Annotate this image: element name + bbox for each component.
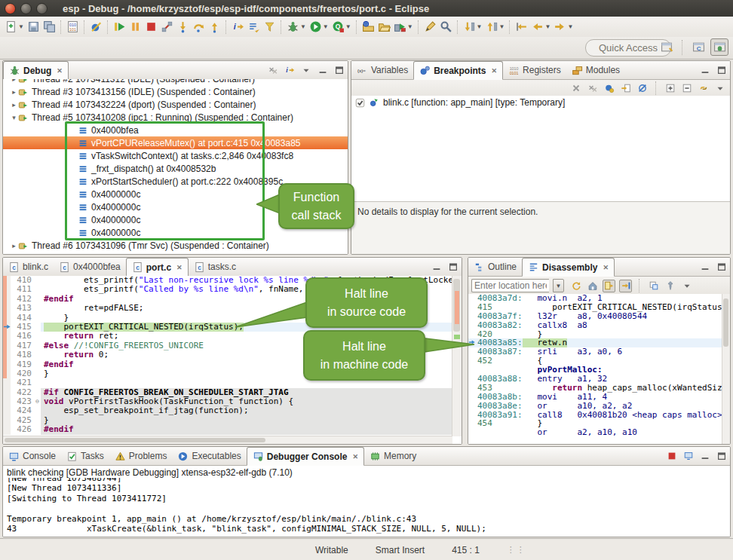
maximize-button[interactable] bbox=[446, 261, 459, 274]
expand-all-button[interactable] bbox=[664, 82, 676, 95]
remove-all-breakpoints-button[interactable] bbox=[586, 82, 599, 95]
tab-console[interactable]: Console bbox=[3, 447, 61, 465]
editor-horizontal-scrollbar[interactable] bbox=[3, 436, 452, 444]
use-step-filters-button[interactable] bbox=[262, 19, 278, 35]
breakpoint-row[interactable]: blink.c [function: app_main] [type: Temp… bbox=[351, 96, 730, 109]
code-line[interactable]: 426#endif bbox=[3, 425, 462, 434]
maximize-button[interactable] bbox=[715, 450, 728, 463]
skip-all-breakpoints-button[interactable] bbox=[88, 19, 104, 35]
open-perspective-button[interactable] bbox=[658, 38, 676, 56]
disassembly-listing[interactable]: 40083a7d: movi.n a2, 1415 portEXIT_CRITI… bbox=[468, 294, 722, 444]
disassembly-scrollbar[interactable] bbox=[722, 294, 730, 444]
terminate-button[interactable] bbox=[143, 19, 159, 35]
window-close-button[interactable] bbox=[5, 3, 16, 14]
skip-all-breakpoints-button[interactable] bbox=[636, 82, 649, 95]
tab-tasks[interactable]: Tasks bbox=[61, 447, 109, 465]
tab-memory[interactable]: Memory bbox=[364, 447, 422, 465]
collapse-all-button[interactable] bbox=[680, 82, 693, 95]
view-menu-button[interactable] bbox=[299, 64, 312, 77]
minimize-button[interactable] bbox=[316, 64, 329, 77]
minimize-button[interactable] bbox=[698, 64, 711, 77]
pin-button[interactable] bbox=[664, 280, 676, 292]
save-all-button[interactable] bbox=[41, 19, 57, 35]
disassembly-line[interactable]: 40083a7d: movi.n a2, 1 bbox=[468, 294, 722, 303]
disassembly-line[interactable]: 40083a87: srli a3, a0, 6 bbox=[468, 347, 722, 357]
window-minimize-button[interactable] bbox=[20, 3, 32, 14]
disassembly-line[interactable]: 40083a88: entry a1, 32 bbox=[468, 375, 722, 384]
disassembly-line[interactable]: 40083a85: retw.n bbox=[468, 338, 722, 347]
disassembly-line[interactable]: 40083a8b: movi a11, 4 bbox=[468, 393, 722, 402]
go-to-file-button[interactable] bbox=[619, 82, 632, 95]
code-line[interactable]: 425} bbox=[3, 416, 462, 425]
window-maximize-button[interactable] bbox=[36, 3, 48, 14]
thread-row[interactable]: ▸Thread #2 1073411312 (IDLE) (Suspended … bbox=[3, 79, 348, 85]
tab-executables[interactable]: Executables bbox=[172, 447, 246, 465]
minimize-button[interactable] bbox=[430, 261, 443, 274]
thread-row[interactable]: ▸Thread #3 1073413156 (IDLE) (Suspended … bbox=[3, 85, 348, 98]
tab-0x4000bfea[interactable]: c0x4000bfea bbox=[54, 258, 126, 276]
tab-debugger-console[interactable]: Debugger Console✕ bbox=[247, 447, 364, 466]
console-output[interactable]: [New Thread 1073468744][New Thread 10734… bbox=[3, 478, 730, 537]
open-new-view-button[interactable] bbox=[647, 280, 660, 292]
new-wizard-button[interactable]: ▼ bbox=[3, 19, 26, 35]
last-edit-location-button[interactable] bbox=[514, 19, 529, 35]
forward-button[interactable]: ▼ bbox=[552, 19, 575, 35]
disassembly-line[interactable]: 40083a82: callx8 a8 bbox=[468, 321, 722, 330]
terminate-button[interactable] bbox=[665, 450, 678, 463]
tab-tasks-c[interactable]: ctasks.c bbox=[189, 258, 241, 276]
profile-button[interactable]: Q▼ bbox=[330, 19, 353, 35]
disassembly-line[interactable]: 415 portEXIT_CRITICAL_NESTED(irqStatus) bbox=[468, 303, 722, 312]
debug-button[interactable]: ▼ bbox=[285, 19, 308, 35]
instruction-stepping-button[interactable]: i bbox=[230, 19, 246, 35]
resume-button[interactable] bbox=[112, 19, 127, 35]
tab-variables[interactable]: (x)=Variables bbox=[351, 61, 413, 79]
open-element-button[interactable] bbox=[422, 19, 438, 35]
tab-breakpoints[interactable]: Breakpoints✕ bbox=[413, 61, 503, 80]
expander-icon[interactable]: ▸ bbox=[10, 79, 18, 83]
checkout-button[interactable] bbox=[360, 19, 376, 35]
disassembly-line[interactable]: 420 } bbox=[468, 330, 722, 339]
debug-perspective-button[interactable] bbox=[710, 38, 728, 56]
maximize-button[interactable] bbox=[715, 261, 728, 274]
save-button[interactable] bbox=[26, 19, 41, 35]
maximize-button[interactable] bbox=[333, 64, 345, 77]
follow-pc-button[interactable] bbox=[619, 280, 632, 292]
step-return-button[interactable] bbox=[207, 19, 222, 35]
disassembly-line[interactable]: 453 return heap_caps_malloc(xWantedSize bbox=[468, 384, 722, 393]
close-icon[interactable]: ✕ bbox=[492, 67, 498, 75]
step-into-button[interactable] bbox=[175, 19, 191, 35]
back-button[interactable]: ▼ bbox=[529, 19, 552, 35]
code-line[interactable]: 423⊖void vPortFirstTaskHook(TaskFunction… bbox=[3, 397, 462, 406]
disassembly-line[interactable]: or a2, a10, a10 bbox=[468, 428, 722, 437]
tab-blink-c[interactable]: cblink.c bbox=[3, 258, 54, 276]
disassembly-line[interactable]: 40083a7f: l32r a8, 0x40080544 bbox=[468, 312, 722, 321]
tab-debug[interactable]: Debug✕ bbox=[3, 61, 69, 80]
suspend-button[interactable] bbox=[127, 19, 143, 35]
minimize-button[interactable] bbox=[698, 261, 711, 274]
location-input[interactable] bbox=[471, 279, 549, 292]
tab-outline[interactable]: Outline bbox=[468, 258, 522, 276]
minimize-button[interactable] bbox=[698, 450, 711, 463]
disassembly-line[interactable]: pvPortMalloc: bbox=[468, 366, 722, 375]
view-menu-button[interactable] bbox=[680, 280, 693, 292]
disassembly-line[interactable]: 454 } bbox=[468, 419, 722, 428]
link-with-debug-button[interactable] bbox=[697, 82, 710, 95]
search-button[interactable] bbox=[438, 19, 454, 35]
fold-marker[interactable]: ⊖ bbox=[34, 397, 41, 406]
tab-registers[interactable]: 10100101Registers bbox=[503, 61, 566, 79]
tab-problems[interactable]: Problems bbox=[109, 447, 173, 465]
home-button[interactable] bbox=[586, 280, 599, 292]
remove-all-terminated-button[interactable] bbox=[266, 64, 279, 77]
code-line[interactable]: 424 esp_set_breakpoint_if_jtag(function)… bbox=[3, 406, 462, 415]
close-icon[interactable]: ✕ bbox=[603, 264, 609, 271]
external-tools-button[interactable]: ▼ bbox=[392, 19, 415, 35]
close-icon[interactable]: ✕ bbox=[176, 264, 182, 271]
remove-breakpoint-button[interactable] bbox=[569, 82, 582, 95]
run-button[interactable]: ▼ bbox=[308, 19, 330, 35]
tab-port-c[interactable]: cport.c✕ bbox=[126, 258, 189, 277]
open-folder-button[interactable] bbox=[376, 19, 392, 35]
maximize-button[interactable] bbox=[715, 64, 728, 77]
expander-icon[interactable]: ▸ bbox=[10, 88, 18, 96]
previous-annotation-button[interactable]: ▼ bbox=[484, 19, 507, 35]
disassembly-line[interactable]: 40083a91: call8 0x40081b20 <heap_caps_ma… bbox=[468, 411, 722, 420]
